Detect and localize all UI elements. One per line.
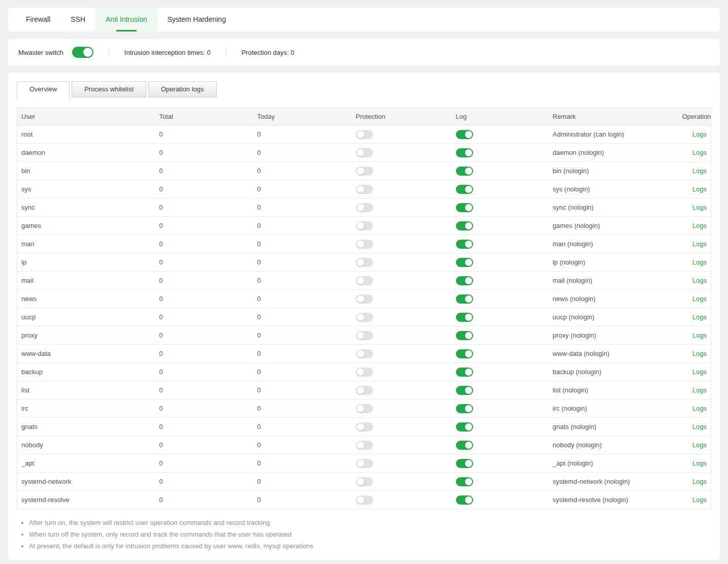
table-row: gnats 0 0 gnats (nologin) Logs — [17, 418, 711, 436]
protection-toggle[interactable] — [356, 258, 373, 267]
logs-link[interactable]: Logs — [692, 130, 707, 138]
logs-link[interactable]: Logs — [692, 368, 707, 376]
log-toggle[interactable] — [456, 368, 473, 377]
log-toggle[interactable] — [456, 386, 473, 395]
logs-link[interactable]: Logs — [692, 441, 707, 449]
log-toggle[interactable] — [456, 313, 473, 322]
col-header-total: Total — [155, 108, 253, 125]
protection-toggle[interactable] — [356, 495, 373, 505]
note-item: At present, the default is only for intr… — [29, 540, 711, 552]
protection-toggle[interactable] — [356, 185, 373, 194]
log-toggle[interactable] — [456, 294, 473, 304]
user-cell: games — [17, 217, 155, 235]
logs-link[interactable]: Logs — [692, 496, 707, 504]
table-row: sys 0 0 sys (nologin) Logs — [17, 180, 711, 198]
subtab-process-whitelist[interactable]: Process whitelist — [72, 81, 146, 97]
protection-toggle[interactable] — [356, 203, 373, 212]
table-row: bin 0 0 bin (nologin) Logs — [17, 162, 711, 180]
tab-system-hardening[interactable]: System Hardening — [157, 8, 236, 31]
log-toggle[interactable] — [456, 331, 473, 340]
sub-tab-bar: Overview Process whitelist Operation log… — [17, 81, 711, 99]
log-toggle[interactable] — [456, 495, 473, 505]
logs-link[interactable]: Logs — [692, 386, 707, 394]
divider — [109, 48, 109, 56]
log-toggle[interactable] — [456, 258, 473, 267]
logs-link[interactable]: Logs — [692, 185, 707, 193]
today-cell: 0 — [253, 381, 352, 400]
logs-link[interactable]: Logs — [692, 295, 707, 303]
logs-link[interactable]: Logs — [692, 478, 707, 485]
table-row: proxy 0 0 proxy (nologin) Logs — [17, 326, 711, 345]
logs-link[interactable]: Logs — [692, 167, 707, 175]
logs-link[interactable]: Logs — [692, 204, 707, 211]
logs-link[interactable]: Logs — [692, 240, 707, 248]
subtab-operation-logs[interactable]: Operation logs — [148, 81, 217, 97]
subtab-overview-label: Overview — [29, 85, 57, 93]
logs-link[interactable]: Logs — [692, 277, 707, 284]
user-cell: daemon — [17, 144, 155, 162]
protection-toggle[interactable] — [356, 441, 373, 450]
log-toggle[interactable] — [456, 240, 473, 249]
protection-toggle[interactable] — [356, 221, 373, 230]
protection-toggle[interactable] — [356, 386, 373, 395]
user-cell: sys — [17, 180, 155, 198]
col-header-remark: Remark — [549, 108, 678, 125]
logs-link[interactable]: Logs — [692, 331, 707, 339]
remark-cell: mail (nologin) — [549, 272, 678, 290]
log-toggle[interactable] — [456, 422, 473, 432]
logs-link[interactable]: Logs — [692, 313, 707, 321]
remark-cell: sync (nologin) — [549, 198, 678, 217]
today-cell: 0 — [253, 326, 352, 345]
user-protection-table: User Total Today Protection Log Remark O… — [17, 108, 711, 509]
log-toggle[interactable] — [456, 276, 473, 285]
tab-anti-intrusion[interactable]: Anti Intrusion — [95, 8, 157, 31]
logs-link[interactable]: Logs — [692, 258, 707, 266]
master-switch-toggle[interactable] — [72, 47, 93, 58]
logs-link[interactable]: Logs — [692, 149, 707, 156]
protection-toggle[interactable] — [356, 459, 373, 468]
log-toggle[interactable] — [456, 185, 473, 194]
col-header-today: Today — [253, 108, 352, 125]
log-toggle[interactable] — [456, 441, 473, 450]
protection-toggle[interactable] — [356, 148, 373, 157]
protection-toggle[interactable] — [356, 477, 373, 486]
log-toggle[interactable] — [456, 349, 473, 358]
logs-link[interactable]: Logs — [692, 459, 707, 467]
log-toggle[interactable] — [456, 148, 473, 157]
logs-link[interactable]: Logs — [692, 222, 707, 229]
remark-cell: gnats (nologin) — [549, 418, 678, 436]
protection-toggle[interactable] — [356, 313, 373, 322]
log-toggle[interactable] — [456, 459, 473, 468]
log-toggle[interactable] — [456, 167, 473, 176]
tab-system-hardening-label: System Hardening — [168, 15, 226, 23]
total-cell: 0 — [155, 198, 253, 217]
protection-toggle[interactable] — [356, 331, 373, 340]
notes-list: After turn on, the system will restrict … — [29, 517, 711, 552]
logs-link[interactable]: Logs — [692, 405, 707, 412]
remark-cell: www-data (nologin) — [549, 345, 678, 363]
protection-toggle[interactable] — [356, 349, 373, 358]
log-toggle[interactable] — [456, 404, 473, 413]
protection-toggle[interactable] — [356, 130, 373, 139]
log-toggle[interactable] — [456, 221, 473, 230]
protection-toggle[interactable] — [356, 294, 373, 304]
logs-link[interactable]: Logs — [692, 423, 707, 430]
subtab-overview[interactable]: Overview — [17, 81, 70, 99]
log-toggle[interactable] — [456, 203, 473, 212]
protection-toggle[interactable] — [356, 368, 373, 377]
protection-toggle[interactable] — [356, 167, 373, 176]
protection-toggle[interactable] — [356, 276, 373, 285]
tab-ssh[interactable]: SSH — [60, 8, 95, 31]
remark-cell: uucp (nologin) — [549, 308, 678, 326]
total-cell: 0 — [155, 272, 253, 290]
today-cell: 0 — [253, 473, 352, 491]
protection-toggle[interactable] — [356, 404, 373, 413]
table-row: nobody 0 0 nobody (nologin) Logs — [17, 436, 711, 454]
logs-link[interactable]: Logs — [692, 350, 707, 357]
protection-toggle[interactable] — [356, 240, 373, 249]
protection-toggle[interactable] — [356, 422, 373, 432]
log-toggle[interactable] — [456, 477, 473, 486]
remark-cell: man (nologin) — [549, 235, 678, 253]
tab-firewall[interactable]: Firewall — [16, 8, 60, 31]
log-toggle[interactable] — [456, 130, 473, 139]
